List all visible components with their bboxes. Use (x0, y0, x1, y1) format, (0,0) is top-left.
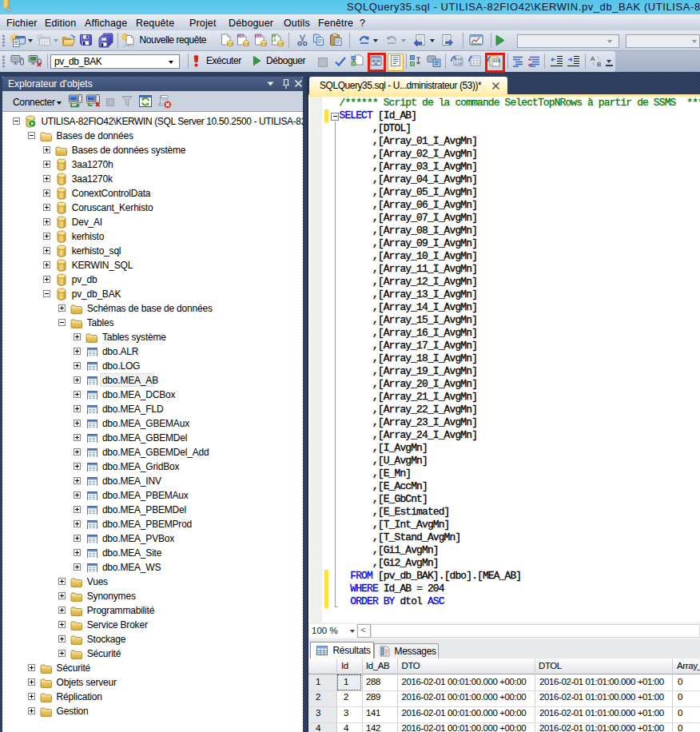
svg-text:010: 010 (493, 59, 500, 64)
svg-text:MDX: MDX (237, 34, 245, 38)
svg-text:B: B (597, 61, 601, 68)
svg-text:LA: LA (272, 38, 276, 42)
svg-text:DMX: DMX (255, 34, 262, 38)
svg-text:A: A (591, 55, 595, 62)
svg-text:110: 110 (455, 62, 462, 66)
